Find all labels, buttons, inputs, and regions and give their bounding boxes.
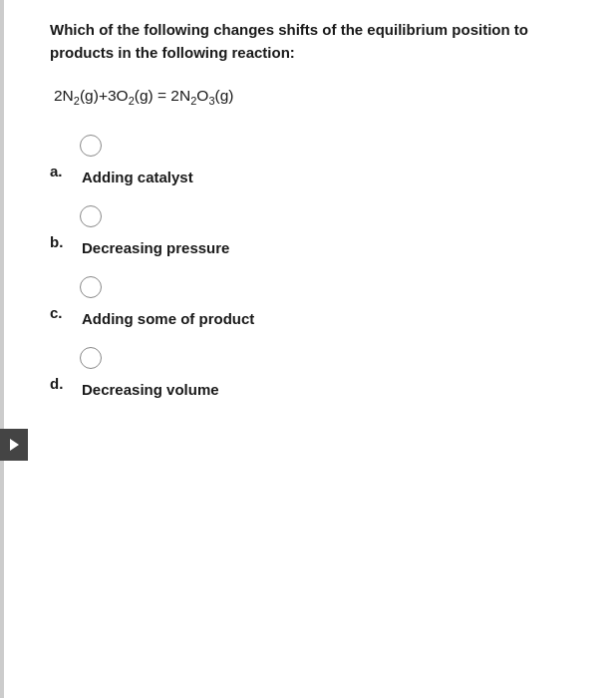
play-button[interactable] (0, 429, 28, 461)
chemical-equation: 2N2(g)+3O2(g) = 2N2O3(g) (54, 87, 596, 107)
option-a-block: a. Adding catalyst (50, 135, 596, 187)
option-d-text: Decreasing volume (82, 379, 219, 400)
option-c-block: c. Adding some of product (50, 276, 596, 329)
option-b-radio[interactable] (80, 205, 102, 227)
option-d-radio[interactable] (80, 347, 102, 369)
option-b-label: b. (50, 205, 80, 250)
option-c-text: Adding some of product (82, 308, 254, 329)
option-c-label: c. (50, 276, 80, 321)
option-d-label: d. (50, 347, 80, 392)
left-border (0, 0, 4, 698)
option-d-block: d. Decreasing volume (50, 347, 596, 400)
option-c-radio[interactable] (80, 276, 102, 298)
option-b-block: b. Decreasing pressure (50, 205, 596, 258)
option-b-text: Decreasing pressure (82, 237, 229, 258)
option-a-radio[interactable] (80, 135, 102, 157)
option-a-label: a. (50, 135, 80, 179)
question-text: Which of the following changes shifts of… (50, 18, 596, 65)
option-a-text: Adding catalyst (82, 167, 193, 187)
